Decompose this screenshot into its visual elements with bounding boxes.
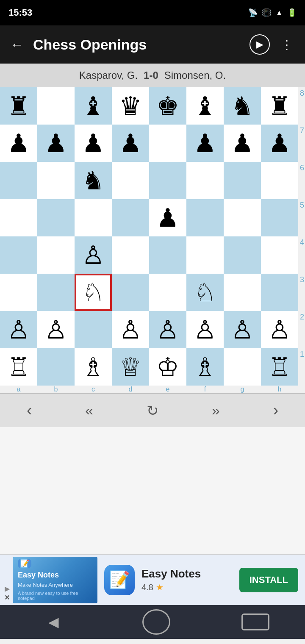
chess-cell-f4[interactable]	[186, 236, 224, 274]
chess-cell-a4[interactable]	[0, 236, 37, 274]
refresh-button[interactable]: ↻	[138, 398, 167, 423]
chess-cell-d3[interactable]	[112, 274, 149, 311]
chess-cell-d7[interactable]: ♟	[112, 125, 149, 162]
page-title: Chess Openings	[33, 36, 243, 53]
ad-install-button[interactable]: INSTALL	[239, 568, 298, 592]
prev-single-button[interactable]: ‹	[18, 397, 41, 424]
chess-cell-f6[interactable]	[186, 162, 224, 199]
vibrate-icon: 📳	[262, 8, 271, 17]
chess-cell-d4[interactable]	[112, 236, 149, 274]
chess-cell-a1[interactable]: ♖	[0, 348, 37, 386]
chess-cell-e6[interactable]	[149, 162, 186, 199]
top-bar: ← Chess Openings ▶ ⋮	[0, 25, 305, 64]
chess-cell-c5[interactable]	[75, 199, 112, 236]
chess-cell-e8[interactable]: ♚	[149, 87, 186, 125]
chess-cell-a6[interactable]	[0, 162, 37, 199]
chess-cell-e7[interactable]	[149, 125, 186, 162]
next-double-button[interactable]: »	[203, 398, 228, 423]
chess-cell-h6[interactable]	[261, 162, 298, 199]
ad-label: ▶	[5, 585, 10, 593]
chess-board[interactable]: ♜♝♛♚♝♞♜♟♟♟♟♟♟♟♞♟♙♘♘♙♙♙♙♙♙♙♖♗♕♔♗♖	[0, 87, 298, 386]
chess-cell-b1[interactable]	[37, 348, 75, 386]
chess-cell-f2[interactable]: ♙	[186, 311, 224, 348]
ad-image-title: Easy Notes	[18, 571, 59, 580]
chess-cell-c1[interactable]: ♗	[75, 348, 112, 386]
chess-cell-a5[interactable]	[0, 199, 37, 236]
chess-cell-d5[interactable]	[112, 199, 149, 236]
status-bar: 15:53 📡 📳 ▲ 🔋	[0, 0, 305, 25]
chess-cell-g6[interactable]	[224, 162, 261, 199]
chess-cell-g1[interactable]	[224, 348, 261, 386]
ad-image-subtitle: Make Notes Anywhere	[18, 582, 73, 588]
back-button[interactable]: ←	[8, 34, 26, 55]
navigation-bar: ‹ « ↻ » ›	[0, 393, 305, 427]
ad-image-note: A brand new easy to use free notepad	[18, 591, 92, 601]
chess-cell-h8[interactable]: ♜	[261, 87, 298, 125]
chess-cell-f1[interactable]: ♗	[186, 348, 224, 386]
ad-close-button[interactable]: ✕	[4, 594, 10, 602]
recent-nav-button[interactable]	[241, 613, 269, 630]
chess-cell-c3[interactable]: ♘	[75, 274, 112, 311]
bottom-navigation: ◀	[0, 605, 305, 639]
chess-cell-g7[interactable]: ♟	[224, 125, 261, 162]
chess-cell-d1[interactable]: ♕	[112, 348, 149, 386]
chess-cell-b3[interactable]	[37, 274, 75, 311]
star-icon: ★	[156, 582, 164, 592]
chess-cell-g3[interactable]	[224, 274, 261, 311]
chess-cell-a7[interactable]: ♟	[0, 125, 37, 162]
chess-cell-f7[interactable]: ♟	[186, 125, 224, 162]
more-options-button[interactable]: ⋮	[277, 35, 297, 54]
chess-cell-d6[interactable]	[112, 162, 149, 199]
chess-cell-e5[interactable]: ♟	[149, 199, 186, 236]
home-nav-button[interactable]	[142, 609, 170, 635]
chess-cell-f5[interactable]	[186, 199, 224, 236]
next-single-button[interactable]: ›	[264, 397, 287, 424]
chess-cell-e2[interactable]: ♙	[149, 311, 186, 348]
chess-cell-d8[interactable]: ♛	[112, 87, 149, 125]
chess-cell-b4[interactable]	[37, 236, 75, 274]
chess-cell-h3[interactable]	[261, 274, 298, 311]
match-info: Kasparov, G. 1-0 Simonsen, O.	[0, 64, 305, 87]
chess-cell-b8[interactable]	[37, 87, 75, 125]
chess-cell-c2[interactable]	[75, 311, 112, 348]
chess-cell-a8[interactable]: ♜	[0, 87, 37, 125]
chess-cell-c4[interactable]: ♙	[75, 236, 112, 274]
chess-cell-g2[interactable]: ♙	[224, 311, 261, 348]
chess-cell-c8[interactable]: ♝	[75, 87, 112, 125]
chess-cell-g8[interactable]: ♞	[224, 87, 261, 125]
ad-app-icon: 📝	[104, 565, 135, 595]
chess-cell-h1[interactable]: ♖	[261, 348, 298, 386]
prev-double-button[interactable]: «	[77, 398, 102, 423]
chess-cell-b7[interactable]: ♟	[37, 125, 75, 162]
time: 15:53	[8, 7, 32, 18]
play-button[interactable]: ▶	[250, 34, 270, 55]
status-icons: 📡 📳 ▲ 🔋	[248, 8, 297, 17]
chess-cell-h5[interactable]	[261, 199, 298, 236]
chess-cell-c6[interactable]: ♞	[75, 162, 112, 199]
chess-cell-e1[interactable]: ♔	[149, 348, 186, 386]
player1-name: Kasparov, G.	[79, 69, 138, 81]
chess-cell-f3[interactable]: ♘	[186, 274, 224, 311]
chess-cell-e4[interactable]	[149, 236, 186, 274]
empty-content-area	[0, 427, 305, 554]
chess-cell-a3[interactable]	[0, 274, 37, 311]
chess-cell-b2[interactable]: ♙	[37, 311, 75, 348]
chess-cell-e3[interactable]	[149, 274, 186, 311]
chess-board-area: ♜♝♛♚♝♞♜♟♟♟♟♟♟♟♞♟♙♘♘♙♙♙♙♙♙♙♖♗♕♔♗♖ 8 7 6 5…	[0, 87, 305, 393]
chess-cell-h2[interactable]: ♙	[261, 311, 298, 348]
chess-cell-g4[interactable]	[224, 236, 261, 274]
chess-cell-b6[interactable]	[37, 162, 75, 199]
chess-cell-b5[interactable]	[37, 199, 75, 236]
player2-name: Simonsen, O.	[164, 69, 226, 81]
chess-cell-h7[interactable]: ♟	[261, 125, 298, 162]
chess-cell-g5[interactable]	[224, 199, 261, 236]
chess-cell-c7[interactable]: ♟	[75, 125, 112, 162]
ad-close-area: ▶ ✕	[4, 585, 10, 602]
ad-app-rating: 4.8 ★	[141, 582, 239, 592]
chess-cell-f8[interactable]: ♝	[186, 87, 224, 125]
chess-cell-a2[interactable]: ♙	[0, 311, 37, 348]
back-nav-button[interactable]: ◀	[36, 609, 72, 635]
chess-cell-d2[interactable]: ♙	[112, 311, 149, 348]
chess-cell-h4[interactable]	[261, 236, 298, 274]
wifi-icon: ▲	[275, 8, 283, 17]
